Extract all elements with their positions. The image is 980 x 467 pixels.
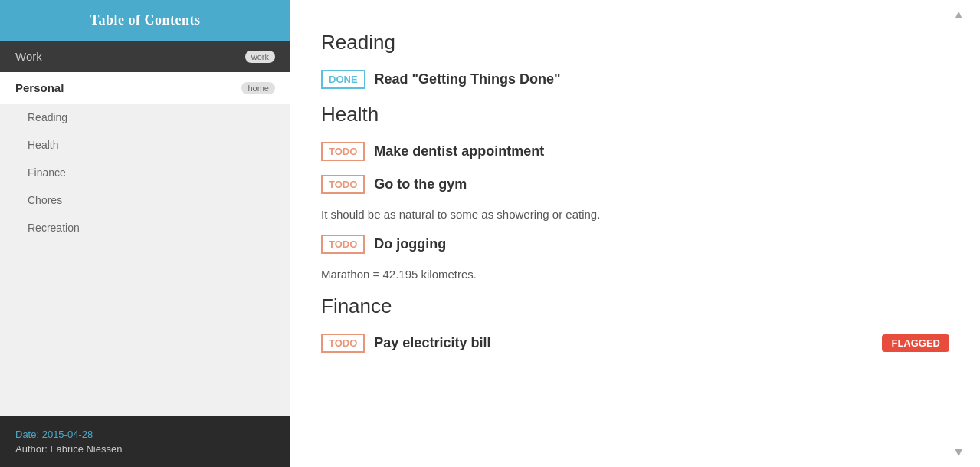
sidebar-subitem-health[interactable]: Health xyxy=(0,131,290,159)
badge-todo-health-2: TODO xyxy=(321,235,365,254)
sidebar-item-work[interactable]: Work work xyxy=(0,41,290,72)
todo-text-reading-0: Read "Getting Things Done" xyxy=(375,71,561,87)
sidebar-subitem-reading[interactable]: Reading xyxy=(0,104,290,131)
todo-text-health-2: Do jogging xyxy=(374,236,446,252)
flagged-badge: FLAGGED xyxy=(882,334,949,352)
todo-item-health-1: TODO Go to the gym xyxy=(321,175,949,194)
sidebar-subitem-chores[interactable]: Chores xyxy=(0,186,290,214)
badge-todo-health-1: TODO xyxy=(321,175,365,194)
sidebar-subitem-finance[interactable]: Finance xyxy=(0,159,290,186)
todo-text-health-0: Make dentist appointment xyxy=(374,143,544,160)
main-content: ▲ Reading DONE Read "Getting Things Done… xyxy=(290,0,980,467)
badge-done-reading-0: DONE xyxy=(321,70,365,89)
badge-todo-health-0: TODO xyxy=(321,142,365,161)
note-jogging: Marathon = 42.195 kilometres. xyxy=(321,268,949,281)
sidebar-personal-badge: home xyxy=(241,82,275,94)
todo-item-health-2: TODO Do jogging xyxy=(321,235,949,254)
todo-item-health-0: TODO Make dentist appointment xyxy=(321,142,949,161)
sidebar-header: Table of Contents xyxy=(0,0,290,41)
todo-text-finance-0: Pay electricity bill xyxy=(374,335,490,351)
sidebar-subitem-recreation[interactable]: Recreation xyxy=(0,214,290,242)
sidebar-item-personal[interactable]: Personal home xyxy=(0,72,290,104)
sidebar: Table of Contents Work work Personal hom… xyxy=(0,0,290,467)
sidebar-footer-author: Author: Fabrice Niessen xyxy=(15,443,275,455)
sidebar-subitems: Reading Health Finance Chores Recreation xyxy=(0,104,290,416)
sidebar-work-label: Work xyxy=(15,50,42,63)
sidebar-personal-label: Personal xyxy=(15,81,64,94)
badge-todo-finance-0: TODO xyxy=(321,334,365,353)
sidebar-footer-date: Date: 2015-04-28 xyxy=(15,429,275,440)
section-heading-finance: Finance xyxy=(321,294,949,318)
note-gym: It should be as natural to some as showe… xyxy=(321,208,949,221)
section-heading-reading: Reading xyxy=(321,31,949,54)
collapse-up-icon[interactable]: ▲ xyxy=(952,8,965,21)
collapse-down-icon[interactable]: ▼ xyxy=(952,446,965,459)
section-heading-health: Health xyxy=(321,103,949,127)
todo-text-health-1: Go to the gym xyxy=(374,176,467,192)
todo-item-reading-0: DONE Read "Getting Things Done" xyxy=(321,70,949,89)
sidebar-work-badge: work xyxy=(245,51,275,63)
todo-item-finance-0: TODO Pay electricity bill FLAGGED xyxy=(321,334,949,353)
sidebar-footer: Date: 2015-04-28 Author: Fabrice Niessen xyxy=(0,416,290,467)
